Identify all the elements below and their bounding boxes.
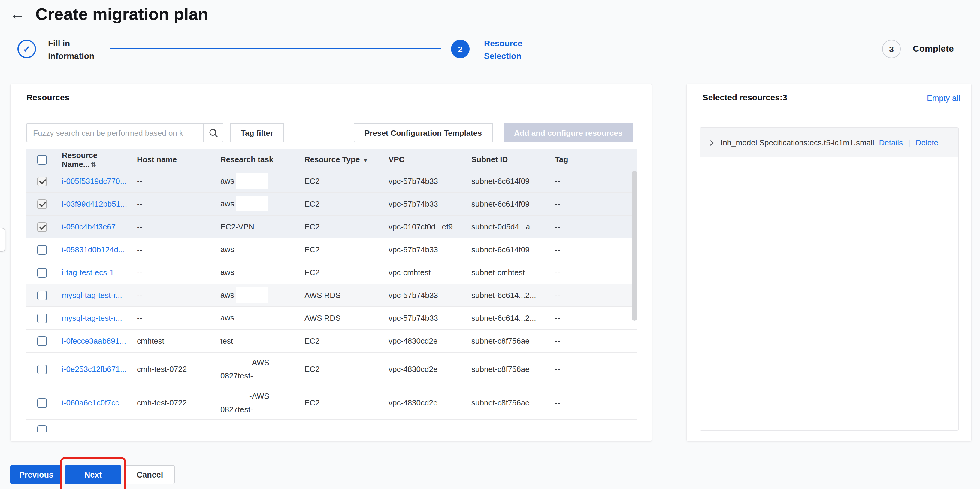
vpc-cell: vpc-57b74b33 xyxy=(385,314,468,323)
table-row: mysql-tag-test-r...--awsAWS RDSvpc-57b74… xyxy=(26,307,637,330)
resource-name-link[interactable]: i-050c4b4f3e67... xyxy=(62,222,122,231)
column-header-research-task: Research task xyxy=(217,155,301,164)
tag-filter-button[interactable]: Tag filter xyxy=(230,123,284,142)
sidebar-collapse-handle[interactable] xyxy=(0,228,5,252)
resource-type-cell: EC2 xyxy=(301,365,385,374)
selected-resource-item: Inh_model Specifications:ecs.t5-lc1m1.sm… xyxy=(700,128,958,158)
step3-label-line1: Complete xyxy=(913,42,954,55)
row-checkbox[interactable] xyxy=(37,176,47,186)
redaction-box xyxy=(221,356,248,369)
resources-panel: Resources Tag filter Preset Configuratio… xyxy=(10,83,652,441)
resource-name-link[interactable]: i-0e253c12fb671... xyxy=(62,365,126,374)
row-checkbox[interactable] xyxy=(37,313,47,323)
resources-title: Resources xyxy=(26,92,69,102)
sort-icon[interactable] xyxy=(91,161,96,168)
checkbox-cell xyxy=(26,313,58,323)
back-arrow-icon[interactable]: ← xyxy=(10,5,25,23)
resources-table: Resource Name... Host name Research task… xyxy=(26,149,637,432)
table-row-partial xyxy=(26,420,637,432)
checkbox-cell xyxy=(26,336,58,346)
checkbox-cell xyxy=(26,268,58,277)
step3-label: Complete xyxy=(913,42,954,55)
resource-name-link[interactable]: i-0fecce3aab891... xyxy=(62,336,126,346)
checkbox-cell xyxy=(26,222,58,232)
host-name-cell: -- xyxy=(133,177,217,186)
details-link[interactable]: Details xyxy=(879,138,903,147)
delete-link[interactable]: Delete xyxy=(916,138,938,147)
column-header-resource-type[interactable]: Resource Type xyxy=(301,155,385,164)
resource-type-cell: EC2 xyxy=(301,268,385,277)
cancel-button[interactable]: Cancel xyxy=(125,465,175,484)
step2-circle: 2 xyxy=(451,40,469,58)
tag-cell: -- xyxy=(551,291,637,300)
step1-circle xyxy=(18,40,36,58)
add-and-configure-resources-button[interactable]: Add and configure resources xyxy=(504,123,633,142)
subnet-id-cell: subnet-c8f756ae xyxy=(468,336,551,346)
research-line1: -AWS xyxy=(220,390,301,403)
checkbox-cell xyxy=(26,398,58,408)
column-header-label: Resource Type xyxy=(304,155,360,164)
subnet-id-cell: subnet-c8f756ae xyxy=(468,365,551,374)
resource-name-link[interactable]: i-tag-test-ecs-1 xyxy=(62,268,114,277)
footer-divider xyxy=(0,452,980,452)
resource-name-link[interactable]: i-05831d0b124d... xyxy=(62,245,125,254)
page-title: Create migration plan xyxy=(35,5,208,24)
checkbox-cell xyxy=(26,364,58,374)
row-checkbox[interactable] xyxy=(37,245,47,255)
row-checkbox[interactable] xyxy=(37,425,47,432)
host-name-cell: cmhtest xyxy=(133,336,217,346)
redaction-box xyxy=(236,264,269,280)
research-task-cell: aws xyxy=(217,288,301,303)
search-button[interactable] xyxy=(203,124,223,142)
selected-resource-name: Inh_model Specifications:ecs.t5-lc1m1.sm… xyxy=(721,138,874,147)
subnet-id-cell: subnet-6c614f09 xyxy=(468,177,551,186)
resource-name-link[interactable]: mysql-tag-test-r... xyxy=(62,291,122,300)
search-box xyxy=(26,123,223,142)
resource-name-link[interactable]: i-005f5319dc770... xyxy=(62,177,126,186)
checkbox-cell xyxy=(26,199,58,209)
research-task-cell: aws xyxy=(217,174,301,188)
redaction-box xyxy=(236,173,269,188)
row-checkbox[interactable] xyxy=(37,268,47,277)
resource-name-cell: i-050c4b4f3e67... xyxy=(58,222,133,231)
resource-name-link[interactable]: mysql-tag-test-r... xyxy=(62,314,122,323)
step2-label-line2: Selection xyxy=(484,50,522,62)
row-checkbox[interactable] xyxy=(37,364,47,374)
checkbox-cell xyxy=(26,176,58,186)
row-checkbox[interactable] xyxy=(37,290,47,300)
subnet-id-cell: subnet-0d5d4...a... xyxy=(468,222,551,231)
preset-configuration-templates-button[interactable]: Preset Configuration Templates xyxy=(354,123,493,142)
column-header-resource-name[interactable]: Resource Name... xyxy=(58,150,133,169)
chevron-right-icon[interactable] xyxy=(709,139,714,146)
empty-all-link[interactable]: Empty all xyxy=(927,94,960,103)
table-row: i-050c4b4f3e67...--EC2-VPNEC2vpc-0107cf0… xyxy=(26,216,637,239)
row-checkbox[interactable] xyxy=(37,336,47,346)
resource-name-cell: mysql-tag-test-r... xyxy=(58,291,133,300)
link-separator: | xyxy=(908,138,910,147)
host-name-cell: -- xyxy=(133,268,217,277)
redaction-box xyxy=(236,287,269,303)
vpc-cell: vpc-57b74b33 xyxy=(385,177,468,186)
table-scrollbar-thumb[interactable] xyxy=(632,170,637,321)
previous-button[interactable]: Previous xyxy=(10,465,62,484)
search-input[interactable] xyxy=(27,124,203,142)
create-migration-plan-page: ← Create migration plan Fill in informat… xyxy=(0,0,980,489)
check-icon xyxy=(23,43,30,54)
filter-dropdown-icon[interactable] xyxy=(363,158,368,163)
divider xyxy=(11,113,652,114)
host-name-cell: -- xyxy=(133,291,217,300)
vpc-cell: vpc-4830cd2e xyxy=(385,336,468,346)
resource-type-cell: EC2 xyxy=(301,336,385,346)
resource-name-link[interactable]: i-060a6e1c0f7cc... xyxy=(62,398,126,407)
table-row: i-0fecce3aab891...cmhtesttestEC2vpc-4830… xyxy=(26,330,637,353)
next-button[interactable]: Next xyxy=(65,465,121,484)
resource-name-link[interactable]: i-03f99d412bb51... xyxy=(62,199,127,209)
select-all-checkbox[interactable] xyxy=(37,155,47,164)
row-checkbox[interactable] xyxy=(37,398,47,408)
row-checkbox[interactable] xyxy=(37,199,47,209)
step1-label: Fill in information xyxy=(48,37,94,62)
selected-resources-panel: Selected resources:3 Empty all Inh_model… xyxy=(686,83,972,441)
divider xyxy=(687,113,971,114)
row-checkbox[interactable] xyxy=(37,222,47,232)
research-line1: -AWS xyxy=(220,356,301,369)
